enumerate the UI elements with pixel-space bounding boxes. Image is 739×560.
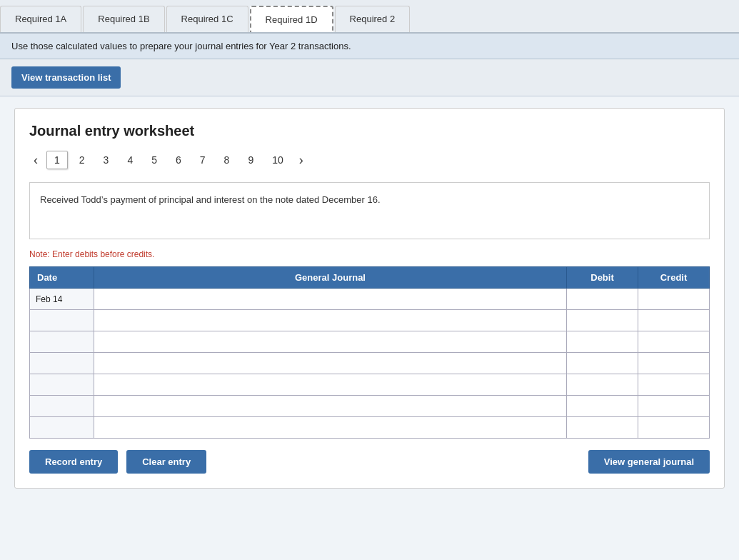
- page-10-button[interactable]: 10: [265, 151, 291, 169]
- journal-cell-6[interactable]: [94, 396, 567, 417]
- journal-cell-7[interactable]: [94, 417, 567, 439]
- toolbar-bar: View transaction list: [0, 59, 739, 96]
- credit-cell-4[interactable]: [638, 353, 710, 374]
- page-5-button[interactable]: 5: [144, 151, 164, 169]
- page-8-button[interactable]: 8: [217, 151, 237, 169]
- header-debit: Debit: [567, 267, 638, 289]
- header-credit: Credit: [638, 267, 710, 289]
- debit-cell-4[interactable]: [567, 353, 638, 374]
- debit-cell-1[interactable]: [567, 289, 638, 310]
- pagination: ‹ 1 2 3 4 5 6 7 8 9 10 ›: [29, 151, 710, 169]
- debit-cell-5[interactable]: [567, 374, 638, 396]
- debit-input-7[interactable]: [573, 423, 632, 433]
- pagination-prev-button[interactable]: ‹: [29, 151, 42, 169]
- journal-input-4[interactable]: [100, 359, 560, 369]
- date-cell-5: [30, 374, 94, 396]
- journal-cell-4[interactable]: [94, 353, 567, 374]
- debit-input-6[interactable]: [573, 401, 632, 411]
- page-6-button[interactable]: 6: [169, 151, 188, 169]
- table-row: [30, 374, 710, 396]
- debit-input-4[interactable]: [573, 359, 632, 369]
- journal-cell-1[interactable]: [94, 289, 567, 310]
- credit-cell-1[interactable]: [638, 289, 710, 310]
- debit-cell-2[interactable]: [567, 310, 638, 331]
- debit-cell-7[interactable]: [567, 417, 638, 439]
- table-row: [30, 310, 710, 331]
- clear-entry-button[interactable]: Clear entry: [126, 450, 206, 474]
- page-9-button[interactable]: 9: [241, 151, 261, 169]
- credit-input-4[interactable]: [644, 359, 703, 369]
- journal-cell-5[interactable]: [94, 374, 567, 396]
- journal-input-5[interactable]: [100, 380, 560, 390]
- page-1-button[interactable]: 1: [46, 151, 68, 169]
- debit-input-2[interactable]: [573, 316, 632, 326]
- journal-input-7[interactable]: [100, 423, 560, 433]
- debit-cell-3[interactable]: [567, 331, 638, 353]
- date-cell-7: [30, 417, 94, 439]
- credit-cell-2[interactable]: [638, 310, 710, 331]
- credit-input-7[interactable]: [644, 423, 703, 433]
- view-transaction-list-button[interactable]: View transaction list: [11, 66, 121, 89]
- credit-input-2[interactable]: [644, 316, 703, 326]
- description-text: Received Todd’s payment of principal and…: [40, 194, 381, 205]
- tab-required-1b[interactable]: Required 1B: [83, 6, 164, 32]
- page-7-button[interactable]: 7: [193, 151, 213, 169]
- journal-table: Date General Journal Debit Credit Feb 14: [29, 266, 710, 439]
- credit-cell-7[interactable]: [638, 417, 710, 439]
- journal-input-1[interactable]: [100, 294, 560, 304]
- journal-cell-3[interactable]: [94, 331, 567, 353]
- worksheet-title: Journal entry worksheet: [29, 123, 710, 139]
- date-cell-4: [30, 353, 94, 374]
- journal-cell-2[interactable]: [94, 310, 567, 331]
- credit-input-5[interactable]: [644, 380, 703, 390]
- action-buttons: Record entry Clear entry View general jo…: [29, 450, 710, 474]
- page-2-button[interactable]: 2: [72, 151, 92, 169]
- table-row: [30, 353, 710, 374]
- page-4-button[interactable]: 4: [120, 151, 140, 169]
- record-entry-button[interactable]: Record entry: [29, 450, 118, 474]
- main-content: Journal entry worksheet ‹ 1 2 3 4 5 6 7 …: [0, 96, 739, 560]
- date-cell-6: [30, 396, 94, 417]
- journal-input-3[interactable]: [100, 337, 560, 347]
- tabs-bar: Required 1A Required 1B Required 1C Requ…: [0, 0, 739, 34]
- journal-input-6[interactable]: [100, 401, 560, 411]
- date-cell-3: [30, 331, 94, 353]
- credit-cell-3[interactable]: [638, 331, 710, 353]
- header-date: Date: [30, 267, 94, 289]
- note-text: Note: Enter debits before credits.: [29, 249, 710, 259]
- credit-input-3[interactable]: [644, 337, 703, 347]
- credit-cell-6[interactable]: [638, 396, 710, 417]
- instruction-bar: Use those calculated values to prepare y…: [0, 34, 739, 59]
- tab-required-1c[interactable]: Required 1C: [166, 6, 248, 32]
- debit-input-3[interactable]: [573, 337, 632, 347]
- description-box: Received Todd’s payment of principal and…: [29, 182, 710, 239]
- credit-cell-5[interactable]: [638, 374, 710, 396]
- tab-required-1d[interactable]: Required 1D: [250, 6, 333, 32]
- pagination-next-button[interactable]: ›: [295, 151, 308, 169]
- debit-input-1[interactable]: [573, 294, 632, 304]
- table-row: [30, 396, 710, 417]
- page-3-button[interactable]: 3: [96, 151, 116, 169]
- credit-input-1[interactable]: [644, 294, 703, 304]
- worksheet-container: Journal entry worksheet ‹ 1 2 3 4 5 6 7 …: [14, 108, 725, 489]
- header-general-journal: General Journal: [94, 267, 567, 289]
- credit-input-6[interactable]: [644, 401, 703, 411]
- tab-required-1a[interactable]: Required 1A: [0, 6, 81, 32]
- date-cell-1: Feb 14: [30, 289, 94, 310]
- view-general-journal-button[interactable]: View general journal: [588, 450, 710, 474]
- debit-cell-6[interactable]: [567, 396, 638, 417]
- table-row: Feb 14: [30, 289, 710, 310]
- date-cell-2: [30, 310, 94, 331]
- table-row: [30, 331, 710, 353]
- instruction-text: Use those calculated values to prepare y…: [11, 41, 351, 51]
- table-row: [30, 417, 710, 439]
- debit-input-5[interactable]: [573, 380, 632, 390]
- journal-input-2[interactable]: [100, 316, 560, 326]
- tab-required-2[interactable]: Required 2: [335, 6, 411, 32]
